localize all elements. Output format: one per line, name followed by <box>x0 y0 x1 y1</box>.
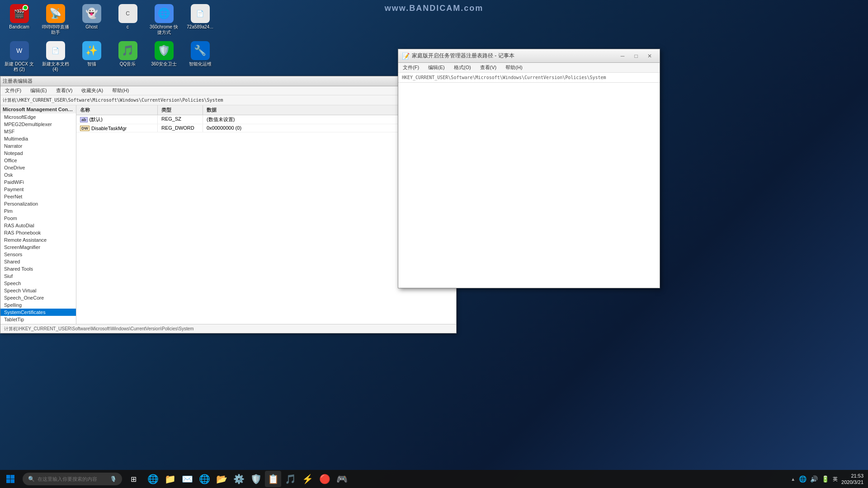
tree-item-office[interactable]: Office <box>0 157 76 164</box>
notepad-menu-edit[interactable]: 编辑(E) <box>426 64 447 71</box>
tree-item-msf[interactable]: MSF <box>0 128 76 135</box>
desktop-icon-smart[interactable]: ✨ 智描 <box>75 39 108 74</box>
taskbar-app10[interactable]: 🔴 <box>316 471 333 487</box>
icon-label: 新建文本文档 (4) <box>40 61 71 72</box>
desktop-icon-beep[interactable]: 📡 哔哔哔哔直播助手 <box>38 2 72 37</box>
tray-lang-label[interactable]: 英 <box>833 476 838 483</box>
desktop-icon-zhineng[interactable]: 🔧 智能化运维 <box>183 39 217 74</box>
tree-item-rasautodial[interactable]: RAS AutoDial <box>0 222 76 229</box>
taskbar-chrome-icon[interactable]: 🌐 <box>196 471 212 487</box>
taskbar: 🔍 🎙️ ⊞ 🌐 📁 ✉️ 🌐 📂 ⚙️ 🛡️ 📋 🎵 ⚡ 🔴 🎮 ▲ 🌐 🔊 … <box>0 470 868 488</box>
tree-item-mpeg2[interactable]: MPEG2Demultiplexer <box>0 121 76 128</box>
taskbar-app7[interactable]: 📋 <box>265 471 281 487</box>
taskbar-edge-icon[interactable]: 🌐 <box>145 471 161 487</box>
tree-item-tablettip[interactable]: TabletTip <box>0 316 76 323</box>
tray-network-icon[interactable]: 🌐 <box>799 475 807 483</box>
desktop-icon-360safe[interactable]: 🛡️ 360安全卫士 <box>147 39 181 74</box>
notepad-menu-format[interactable]: 格式(O) <box>452 64 473 71</box>
reg-name-default: ab (默认) <box>76 115 158 124</box>
tree-item-multimedia[interactable]: Multimedia <box>0 135 76 142</box>
regedit-addressbar: 计算机\HKEY_CURRENT_USER\Software\Microsoft… <box>0 95 456 105</box>
tray-chevron[interactable]: ▲ <box>791 477 795 482</box>
tree-item-onedrive[interactable]: OneDrive <box>0 164 76 171</box>
tree-item-spelling[interactable]: Spelling <box>0 301 76 309</box>
tree-item-speechonecore[interactable]: Speech_OneCore <box>0 294 76 301</box>
reg-type-default: REG_SZ <box>158 115 203 124</box>
icon-label: Ghost <box>85 24 98 30</box>
tree-item-sensors[interactable]: Sensors <box>0 251 76 258</box>
tree-item-sharedtools[interactable]: Shared Tools <box>0 265 76 272</box>
desktop-icon-72a[interactable]: 📄 72a589a24... <box>183 2 217 37</box>
reg-name-disabletaskmgr: DW DisableTaskMgr <box>76 124 158 132</box>
notepad-content-area[interactable] <box>398 83 660 288</box>
notepad-menu-view[interactable]: 查看(V) <box>478 64 499 71</box>
taskbar-app9[interactable]: ⚡ <box>299 471 316 487</box>
svg-rect-1 <box>10 475 14 479</box>
desktop-icon-qqmusic[interactable]: 🎵 QQ音乐 <box>111 39 145 74</box>
start-button[interactable] <box>0 470 20 488</box>
desktop-icon-chrome[interactable]: 🌐 360chrome 快捷方式 <box>147 2 181 37</box>
icon-label: 智描 <box>87 61 96 67</box>
taskbar-explorer-icon[interactable]: 📁 <box>162 471 178 487</box>
desktop-icon-c[interactable]: C c <box>111 2 145 37</box>
taskbar-app11[interactable]: 🎮 <box>334 471 350 487</box>
tree-item-pim[interactable]: Pim <box>0 207 76 215</box>
icon-label: 智能化运维 <box>189 61 212 67</box>
tree-item-notepad[interactable]: Notepad <box>0 150 76 157</box>
notepad-menu-help[interactable]: 帮助(H) <box>503 64 524 71</box>
notepad-menubar: 文件(F) 编辑(E) 格式(O) 查看(V) 帮助(H) <box>398 63 660 73</box>
tree-item-siuf[interactable]: Siuf <box>0 272 76 280</box>
tree-item-poom[interactable]: Poom <box>0 215 76 222</box>
tree-item-rasphonebook[interactable]: RAS Phonebook <box>0 229 76 236</box>
desktop-icon-ghost[interactable]: 👻 Ghost <box>75 2 108 37</box>
icon-label: Bandicam <box>9 24 29 30</box>
task-view-icon: ⊞ <box>131 475 137 483</box>
tree-root[interactable]: Microsoft Management Console <box>0 105 76 113</box>
tree-item-remoteassistance[interactable]: Remote Assistance <box>0 236 76 244</box>
tray-datetime[interactable]: 21:53 2020/3/21 <box>841 473 863 486</box>
desktop-icon-docx4[interactable]: 📄 新建文本文档 (4) <box>38 39 72 74</box>
task-view-button[interactable]: ⊞ <box>125 471 142 487</box>
tree-item-osk[interactable]: Osk <box>0 171 76 178</box>
menu-help[interactable]: 帮助(H) <box>110 87 131 94</box>
regedit-statusbar: 计算机\HKEY_CURRENT_USER\Software\Microsoft… <box>0 324 456 333</box>
tree-item-screenmagnifier[interactable]: ScreenMagnifier <box>0 244 76 251</box>
tree-item-systemcerts[interactable]: SystemCertificates <box>0 309 76 316</box>
notepad-minimize-button[interactable]: ─ <box>616 51 629 61</box>
tree-item-speechvirtual[interactable]: Speech Virtual <box>0 287 76 294</box>
tree-item-speech[interactable]: Speech <box>0 280 76 287</box>
desktop-icon-bandicam[interactable]: 🎬 Bandicam <box>2 2 36 37</box>
menu-file[interactable]: 文件(F) <box>3 87 24 94</box>
notepad-window: 📝 家庭版开启任务管理器注册表路径 - 记事本 ─ □ ✕ 文件(F) 编辑(E… <box>398 49 660 288</box>
tree-item-paidwifi[interactable]: PaidWiFi <box>0 178 76 186</box>
menu-view[interactable]: 查看(V) <box>54 87 75 94</box>
taskbar-mail-icon[interactable]: ✉️ <box>179 471 195 487</box>
notepad-menu-file[interactable]: 文件(F) <box>401 64 421 71</box>
icon-label: 360安全卫士 <box>151 61 177 67</box>
tree-item-microsoftedge[interactable]: MicrosoftEdge <box>0 113 76 121</box>
registry-editor-window: 注册表编辑器 文件(F) 编辑(E) 查看(V) 收藏夹(A) 帮助(H) 计算… <box>0 76 457 333</box>
tray-battery-icon[interactable]: 🔋 <box>821 475 829 483</box>
taskbar-search-bar[interactable]: 🔍 🎙️ <box>23 473 122 485</box>
notepad-window-controls: ─ □ ✕ <box>616 51 656 61</box>
notepad-title-label: 家庭版开启任务管理器注册表路径 - 记事本 <box>412 52 616 60</box>
notepad-maximize-button[interactable]: □ <box>630 51 642 61</box>
tree-item-personalization[interactable]: Personalization <box>0 200 76 207</box>
taskbar-search-input[interactable] <box>38 476 108 482</box>
tree-item-shared[interactable]: Shared <box>0 258 76 265</box>
tree-item-payment[interactable]: Payment <box>0 186 76 193</box>
col-header-type: 类型 <box>158 105 203 115</box>
menu-favorites[interactable]: 收藏夹(A) <box>79 87 105 94</box>
svg-rect-0 <box>6 475 10 479</box>
tree-item-narrator[interactable]: Narrator <box>0 142 76 150</box>
tray-volume-icon[interactable]: 🔊 <box>810 475 818 483</box>
desktop-icon-docx2[interactable]: W 新建 DOCX 文档 (2) <box>2 39 36 74</box>
menu-edit[interactable]: 编辑(E) <box>28 87 49 94</box>
svg-rect-2 <box>6 479 10 483</box>
tree-item-peernet[interactable]: PeerNet <box>0 193 76 200</box>
taskbar-app8[interactable]: 🎵 <box>282 471 298 487</box>
taskbar-settings-icon[interactable]: ⚙️ <box>231 471 247 487</box>
taskbar-app6[interactable]: 🛡️ <box>248 471 264 487</box>
taskbar-files-icon[interactable]: 📂 <box>213 471 230 487</box>
notepad-close-button[interactable]: ✕ <box>643 51 656 61</box>
